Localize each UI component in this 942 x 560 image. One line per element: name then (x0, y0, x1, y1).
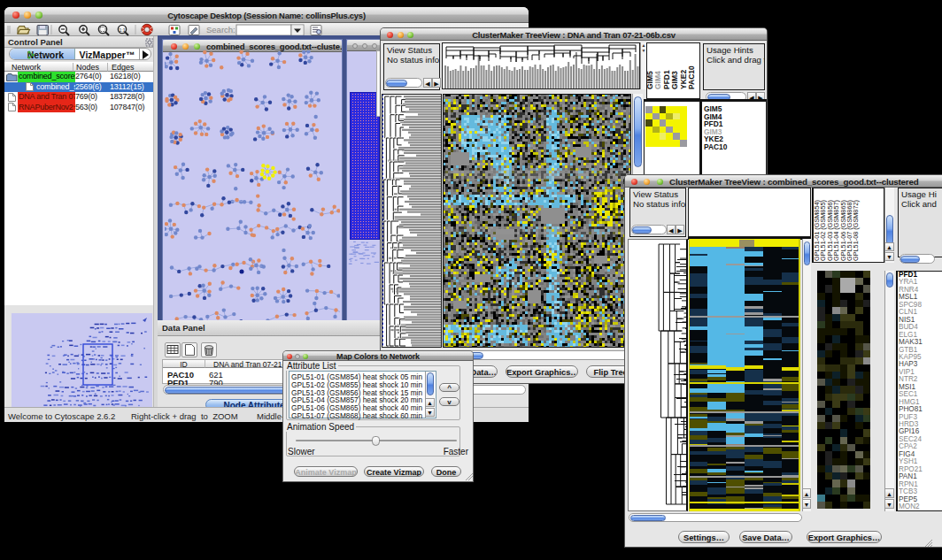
svg-text:GPL51-08 (GSM872): GPL51-08 (GSM872) (852, 200, 860, 261)
svg-text:1:1: 1:1 (120, 27, 126, 33)
svg-text:Search:: Search: (206, 25, 236, 35)
svg-text:PAC10: PAC10 (687, 65, 696, 89)
